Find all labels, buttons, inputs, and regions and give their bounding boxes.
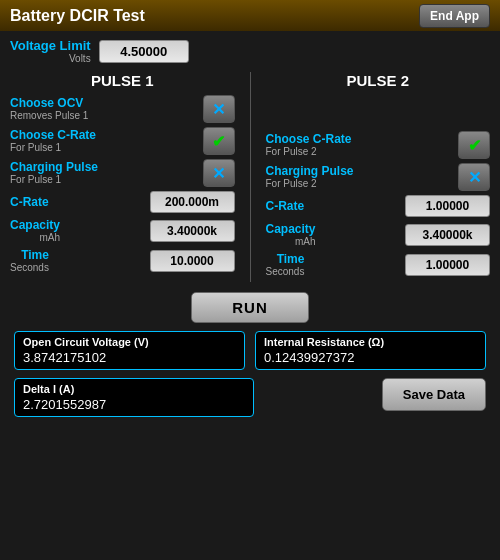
app-header: Battery DCIR Test End App xyxy=(0,0,500,31)
main-content: Voltage Limit Volts PULSE 1 Choose OCV R… xyxy=(0,31,500,425)
pulse1-column: PULSE 1 Choose OCV Removes Pulse 1 ✕ Cho… xyxy=(10,72,235,282)
pulse1-time-sublabel: Seconds xyxy=(10,262,49,273)
column-divider xyxy=(250,72,251,282)
pulse1-charging-pulse-sublabel: For Pulse 1 xyxy=(10,174,98,185)
pulse2-capacity-row: Capacity mAh xyxy=(266,222,491,247)
pulse1-crate-row: C-Rate xyxy=(10,191,235,213)
pulse2-charging-pulse-toggle[interactable]: ✕ xyxy=(458,163,490,191)
pulse2-time-sublabel: Seconds xyxy=(266,266,305,277)
pulse2-choose-crate-row: Choose C-Rate For Pulse 2 ✔ xyxy=(266,131,491,159)
pulse1-charging-pulse-toggle[interactable]: ✕ xyxy=(203,159,235,187)
ir-output-value: 0.12439927372 xyxy=(264,350,477,365)
pulse2-capacity-input[interactable] xyxy=(405,224,490,246)
pulse1-capacity-sublabel: mAh xyxy=(10,232,60,243)
pulse1-choose-ocv-toggle[interactable]: ✕ xyxy=(203,95,235,123)
ocv-output-value: 3.8742175102 xyxy=(23,350,236,365)
pulse2-crate-label: C-Rate xyxy=(266,199,305,213)
pulse2-choose-crate-label: Choose C-Rate xyxy=(266,133,352,146)
pulse1-choose-crate-row: Choose C-Rate For Pulse 1 ✔ xyxy=(10,127,235,155)
pulse1-choose-crate-toggle[interactable]: ✔ xyxy=(203,127,235,155)
delta-output-label: Delta I (A) xyxy=(23,383,245,395)
pulse2-crate-input[interactable] xyxy=(405,195,490,217)
pulse1-capacity-input[interactable] xyxy=(150,220,235,242)
pulse1-choose-crate-label: Choose C-Rate xyxy=(10,129,96,142)
delta-output-box: Delta I (A) 2.7201552987 xyxy=(14,378,254,417)
pulse1-header: PULSE 1 xyxy=(10,72,235,89)
ocv-output-box: Open Circuit Voltage (V) 3.8742175102 xyxy=(14,331,245,370)
delta-output-value: 2.7201552987 xyxy=(23,397,245,412)
pulse2-crate-row: C-Rate xyxy=(266,195,491,217)
pulse-columns: PULSE 1 Choose OCV Removes Pulse 1 ✕ Cho… xyxy=(10,72,490,282)
save-data-button[interactable]: Save Data xyxy=(382,378,486,411)
ir-output-box: Internal Resistance (Ω) 0.12439927372 xyxy=(255,331,486,370)
pulse1-choose-ocv-row: Choose OCV Removes Pulse 1 ✕ xyxy=(10,95,235,123)
pulse1-capacity-row: Capacity mAh xyxy=(10,218,235,243)
pulse1-choose-ocv-label: Choose OCV xyxy=(10,97,88,110)
pulse2-capacity-label: Capacity xyxy=(266,222,316,236)
pulse2-charging-pulse-label: Charging Pulse xyxy=(266,165,354,178)
pulse1-time-input[interactable] xyxy=(150,250,235,272)
voltage-limit-input[interactable] xyxy=(99,40,189,63)
pulse2-charging-pulse-row: Charging Pulse For Pulse 2 ✕ xyxy=(266,163,491,191)
pulse1-charging-pulse-label: Charging Pulse xyxy=(10,161,98,174)
pulse2-ocv-spacer xyxy=(266,95,491,131)
pulse2-column: PULSE 2 Choose C-Rate For Pulse 2 ✔ Char… xyxy=(266,72,491,282)
run-button[interactable]: RUN xyxy=(191,292,309,323)
pulse2-time-input[interactable] xyxy=(405,254,490,276)
output-row1: Open Circuit Voltage (V) 3.8742175102 In… xyxy=(10,331,490,370)
voltage-limit-label: Voltage Limit xyxy=(10,39,91,53)
pulse1-crate-label: C-Rate xyxy=(10,195,49,209)
pulse2-time-row: Time Seconds xyxy=(266,252,491,277)
app-title: Battery DCIR Test xyxy=(10,7,145,25)
pulse2-choose-crate-toggle[interactable]: ✔ xyxy=(458,131,490,159)
run-row: RUN xyxy=(10,292,490,323)
pulse1-charging-pulse-row: Charging Pulse For Pulse 1 ✕ xyxy=(10,159,235,187)
end-app-button[interactable]: End App xyxy=(419,4,490,28)
voltage-limit-row: Voltage Limit Volts xyxy=(10,39,490,64)
pulse2-charging-pulse-sublabel: For Pulse 2 xyxy=(266,178,354,189)
pulse2-header: PULSE 2 xyxy=(266,72,491,89)
ocv-output-label: Open Circuit Voltage (V) xyxy=(23,336,236,348)
voltage-sublabel: Volts xyxy=(10,53,91,64)
pulse1-crate-input[interactable] xyxy=(150,191,235,213)
pulse1-time-row: Time Seconds xyxy=(10,248,235,273)
pulse1-capacity-label: Capacity xyxy=(10,218,60,232)
pulse2-choose-crate-sublabel: For Pulse 2 xyxy=(266,146,352,157)
bottom-row: Delta I (A) 2.7201552987 Save Data xyxy=(10,378,490,417)
pulse2-capacity-sublabel: mAh xyxy=(266,236,316,247)
pulse2-time-label: Time xyxy=(266,252,305,266)
pulse1-time-label: Time xyxy=(10,248,49,262)
pulse1-choose-crate-sublabel: For Pulse 1 xyxy=(10,142,96,153)
ir-output-label: Internal Resistance (Ω) xyxy=(264,336,477,348)
pulse1-choose-ocv-sublabel: Removes Pulse 1 xyxy=(10,110,88,121)
